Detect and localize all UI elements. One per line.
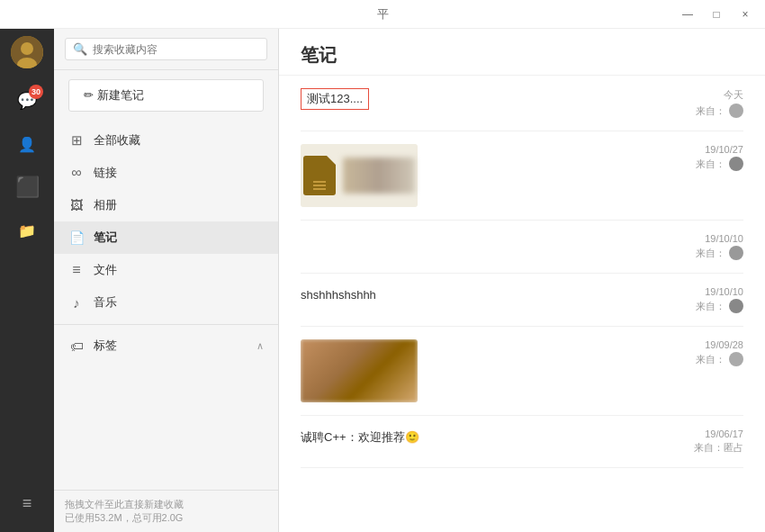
avatar[interactable] [11, 36, 43, 68]
new-note-button[interactable]: ✏ 新建笔记 [68, 79, 264, 112]
note-item-1[interactable]: 测试123.... 今天 来自： [301, 76, 743, 131]
zip-line [313, 181, 326, 183]
notes-list: 测试123.... 今天 来自： [279, 76, 765, 532]
folder-icon-item[interactable]: 📁 [7, 211, 47, 250]
all-collections-icon: ⊞ [68, 132, 85, 149]
nav-item-links[interactable]: ∞ 链接 [54, 157, 278, 189]
window-controls: — □ × [675, 5, 758, 23]
note-date-3: 19/10/10 [680, 233, 743, 244]
note-meta-6: 19/06/17 来自：匿占 [680, 428, 743, 455]
footer-drag-text: 拖拽文件至此直接新建收藏 [65, 498, 267, 511]
footer-storage-text: 已使用53.2M，总可用2.0G [65, 511, 267, 525]
note-item-6[interactable]: 诚聘C++：欢迎推荐🙂 19/06/17 来自：匿占 [301, 416, 743, 468]
album-icon: 🖼 [68, 198, 85, 212]
zip-line [313, 185, 326, 186]
notes-icon: 📄 [68, 230, 85, 245]
note-item-4[interactable]: shshhhshshhh 19/10/10 来自： [301, 274, 743, 327]
chat-badge: 30 [29, 85, 43, 99]
note-thumbnail-2 [301, 144, 418, 207]
zip-lines [313, 181, 326, 190]
main-content: 笔记 测试123.... 今天 来自： [279, 29, 765, 532]
nav-item-notes[interactable]: 📄 笔记 [54, 221, 278, 254]
chat-icon-item[interactable]: 💬 30 [7, 81, 47, 121]
note-item-2[interactable]: 19/10/27 来自： [301, 131, 743, 221]
cube-icon-item[interactable]: ⬛ [7, 167, 47, 207]
tags-label: 标签 [94, 338, 117, 354]
folder-icon: 📁 [18, 222, 36, 239]
nav-item-all-label: 全部收藏 [94, 132, 140, 149]
note-content-6: 诚聘C++：欢迎推荐🙂 [301, 428, 670, 446]
note-date-5: 19/09/28 [680, 339, 743, 350]
maximize-button[interactable]: □ [704, 5, 729, 23]
contacts-icon-item[interactable]: 👤 [7, 124, 47, 164]
nav-footer: 拖拽文件至此直接新建收藏 已使用53.2M，总可用2.0G [54, 490, 278, 532]
note-source-3: 来自： [680, 246, 743, 260]
icon-strip: 💬 30 👤 ⬛ 📁 ≡ [0, 29, 54, 532]
note-content-4: shshhhshshhh [301, 286, 670, 303]
source-avatar-4 [729, 299, 743, 313]
titlebar: 平 — □ × [0, 0, 765, 29]
zip-file-icon [303, 156, 336, 195]
nav-panel: 🔍 ✏ 新建笔记 ⊞ 全部收藏 ∞ 链接 🖼 相册 📄 笔记 [54, 29, 279, 532]
app-container: 💬 30 👤 ⬛ 📁 ≡ 🔍 ✏ 新建笔记 ⊞ [0, 29, 765, 532]
tags-icon: 🏷 [68, 338, 85, 354]
menu-icon-item[interactable]: ≡ [7, 483, 47, 523]
pin-label: 平 [377, 6, 389, 23]
note-meta-1: 今天 来自： [680, 88, 743, 118]
cube-icon: ⬛ [15, 176, 40, 199]
files-icon: ≡ [68, 262, 85, 278]
search-icon: 🔍 [73, 42, 87, 56]
music-icon: ♪ [68, 295, 85, 311]
nav-item-notes-label: 笔记 [94, 230, 117, 246]
svg-point-1 [21, 42, 33, 55]
search-input-wrap[interactable]: 🔍 [65, 38, 267, 60]
note-date-6: 19/06/17 [680, 428, 743, 439]
note-content-1: 测试123.... [301, 88, 670, 113]
nav-items: ⊞ 全部收藏 ∞ 链接 🖼 相册 📄 笔记 ≡ 文件 ♪ 音乐 [54, 121, 278, 490]
chevron-up-icon: ∧ [256, 340, 264, 352]
note-meta-2: 19/10/27 来自： [680, 144, 743, 171]
note-source-4: 来自： [680, 299, 743, 313]
source-avatar-5 [729, 352, 743, 366]
nav-item-album[interactable]: 🖼 相册 [54, 189, 278, 221]
note-source-2: 来自： [680, 157, 743, 171]
nav-divider [54, 324, 278, 325]
nav-item-files[interactable]: ≡ 文件 [54, 254, 278, 286]
note-title-1: 测试123.... [301, 88, 369, 110]
note-item-5[interactable]: 19/09/28 来自： [301, 327, 743, 416]
nav-item-album-label: 相册 [94, 197, 117, 213]
nav-item-links-label: 链接 [94, 165, 117, 181]
note-title-6: 诚聘C++：欢迎推荐🙂 [301, 430, 419, 444]
search-input[interactable] [93, 43, 259, 56]
note-date-4: 19/10/10 [680, 286, 743, 297]
note-source-5: 来自： [680, 352, 743, 366]
source-avatar-1 [729, 104, 743, 118]
note-item-3[interactable]: 19/10/10 来自： [301, 221, 743, 274]
nav-item-music-label: 音乐 [94, 294, 117, 311]
nav-item-music[interactable]: ♪ 音乐 [54, 286, 278, 319]
note-date-2: 19/10/27 [680, 144, 743, 155]
close-button[interactable]: × [733, 5, 758, 23]
source-avatar-2 [729, 157, 743, 171]
zip-line [313, 188, 326, 190]
note-meta-3: 19/10/10 来自： [680, 233, 743, 260]
nav-item-files-label: 文件 [94, 262, 117, 278]
menu-icon: ≡ [22, 494, 32, 513]
minimize-button[interactable]: — [675, 5, 700, 23]
tags-section[interactable]: 🏷 标签 ∧ [54, 330, 278, 361]
note-date-1: 今天 [680, 88, 743, 102]
note-source-6: 来自：匿占 [680, 441, 743, 455]
nav-item-all[interactable]: ⊞ 全部收藏 [54, 124, 278, 157]
note-title-4: shshhhshshhh [301, 288, 376, 302]
page-title: 笔记 [301, 45, 337, 65]
links-icon: ∞ [68, 165, 85, 181]
note-meta-4: 19/10/10 来自： [680, 286, 743, 313]
main-header: 笔记 [279, 29, 765, 76]
blur-content-2 [343, 158, 415, 194]
note-thumbnail-5 [301, 339, 418, 402]
source-avatar-3 [729, 246, 743, 260]
contacts-icon: 👤 [18, 136, 36, 153]
note-source-1: 来自： [680, 104, 743, 118]
bottom-icons: ≡ [7, 482, 47, 525]
blur-content-5 [301, 339, 418, 402]
